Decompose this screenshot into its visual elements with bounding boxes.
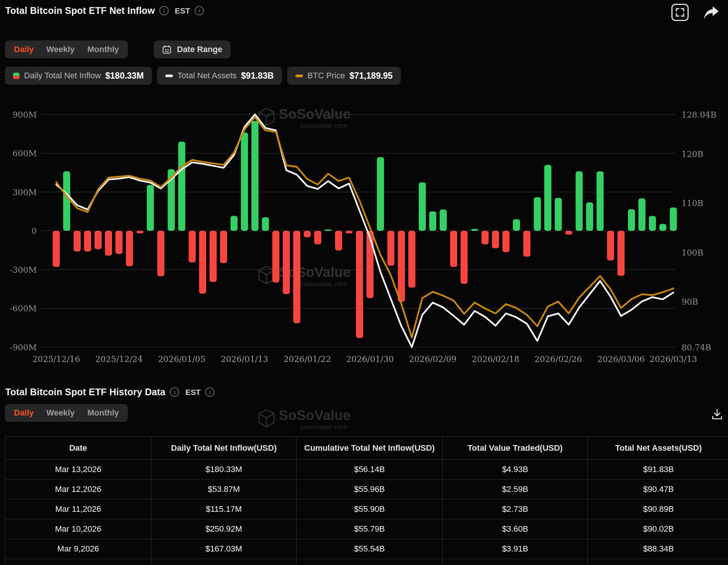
- timezone-label: EST: [185, 388, 201, 397]
- inflow-bar[interactable]: [346, 231, 353, 233]
- inflow-bar[interactable]: [398, 231, 405, 302]
- inflow-bar[interactable]: [367, 231, 374, 298]
- left-axis-tick: -600M: [10, 304, 37, 313]
- table-row[interactable]: Mar 12,2026$53.87M$55.96B$2.59B$90.47B: [5, 480, 728, 499]
- history-tab-daily[interactable]: Daily: [14, 408, 34, 418]
- table-row[interactable]: Mar 11,2026$115.17M$55.90B$2.73B$90.89B: [5, 499, 728, 519]
- inflow-bar[interactable]: [576, 171, 583, 231]
- inflow-bar[interactable]: [492, 231, 499, 248]
- inflow-bar[interactable]: [335, 231, 342, 250]
- inflow-bar[interactable]: [586, 202, 593, 231]
- inflow-bar[interactable]: [429, 211, 436, 231]
- inflow-bar[interactable]: [523, 231, 530, 257]
- cell-date: Mar 11,2026: [5, 499, 151, 519]
- table-row[interactable]: Mar 6,2026-$348.83M$55.37B$3.08B$87.07B: [5, 559, 728, 565]
- download-button[interactable]: [710, 407, 725, 422]
- inflow-bar[interactable]: [555, 198, 562, 231]
- inflow-bar[interactable]: [607, 231, 614, 260]
- cell-traded: $2.73B: [443, 499, 588, 519]
- inflow-bar[interactable]: [63, 171, 70, 231]
- inflow-bar[interactable]: [53, 231, 60, 267]
- inflow-bar[interactable]: [544, 165, 551, 231]
- x-axis-tick: 2026/03/13: [650, 354, 697, 364]
- cell-assets: $88.34B: [588, 539, 728, 559]
- history-table: DateDaily Total Net Inflow(USD)Cumulativ…: [5, 436, 728, 565]
- legend-chip-0[interactable]: Daily Total Net Inflow$180.33M: [5, 67, 152, 85]
- inflow-bar[interactable]: [126, 231, 133, 266]
- info-icon[interactable]: i: [170, 387, 179, 397]
- inflow-bar[interactable]: [252, 121, 259, 231]
- inflow-bar[interactable]: [314, 231, 321, 244]
- legend-chip-2[interactable]: BTC Price$71,189.95: [287, 67, 401, 85]
- column-header: Daily Total Net Inflow(USD): [151, 437, 297, 460]
- inflow-bar[interactable]: [638, 198, 646, 231]
- share-button[interactable]: [703, 5, 720, 21]
- inflow-bar[interactable]: [157, 231, 165, 276]
- inflow-bar[interactable]: [534, 197, 541, 231]
- inflow-bar[interactable]: [147, 185, 154, 231]
- inflow-bar[interactable]: [136, 231, 144, 233]
- table-row[interactable]: Mar 13,2026$180.33M$56.14B$4.93B$91.83B: [5, 460, 728, 480]
- cell-date: Mar 6,2026: [5, 559, 151, 565]
- legend-chip-1[interactable]: Total Net Assets$91.83B: [157, 67, 282, 85]
- table-row[interactable]: Mar 9,2026$167.03M$55.54B$3.91B$88.34B: [5, 539, 728, 559]
- inflow-bar[interactable]: [272, 231, 279, 282]
- inflow-bar[interactable]: [659, 224, 667, 231]
- inflow-bar[interactable]: [596, 171, 604, 231]
- x-axis-tick: 2026/02/18: [472, 354, 519, 364]
- legend-value: $71,189.95: [349, 71, 392, 81]
- history-tab-weekly[interactable]: Weekly: [46, 408, 75, 418]
- inflow-bar[interactable]: [189, 231, 196, 263]
- inflow-bar[interactable]: [450, 231, 457, 267]
- cell-assets: $87.07B: [588, 559, 728, 565]
- info-icon[interactable]: i: [195, 6, 204, 15]
- inflow-bar[interactable]: [471, 229, 478, 231]
- date-range-button[interactable]: 12 Date Range: [154, 40, 231, 58]
- inflow-bar[interactable]: [649, 216, 656, 231]
- inflow-bar[interactable]: [178, 142, 185, 231]
- cell-inflow: $115.17M: [151, 499, 297, 519]
- inflow-bar[interactable]: [377, 157, 384, 231]
- cell-date: Mar 10,2026: [5, 519, 151, 539]
- inflow-bar[interactable]: [210, 231, 217, 282]
- fullscreen-button[interactable]: [671, 4, 689, 21]
- chart-legend: Daily Total Net Inflow$180.33MTotal Net …: [5, 67, 401, 85]
- tab-weekly[interactable]: Weekly: [46, 45, 75, 54]
- inflow-bar[interactable]: [94, 231, 102, 249]
- inflow-bar[interactable]: [408, 231, 415, 288]
- inflow-bar[interactable]: [513, 219, 520, 231]
- inflow-bar[interactable]: [565, 231, 572, 235]
- inflow-bar[interactable]: [356, 231, 363, 338]
- inflow-bar[interactable]: [628, 209, 635, 231]
- inflow-bar[interactable]: [283, 231, 290, 294]
- inflow-bar[interactable]: [231, 216, 238, 231]
- inflow-bar[interactable]: [199, 231, 206, 294]
- inflow-bar[interactable]: [105, 231, 112, 256]
- inflow-bar[interactable]: [73, 231, 81, 251]
- inflow-bar[interactable]: [84, 231, 91, 251]
- tab-daily[interactable]: Daily: [14, 45, 34, 54]
- info-icon[interactable]: i: [205, 387, 214, 397]
- right-axis-tick: 90B: [682, 297, 698, 306]
- inflow-bar[interactable]: [387, 231, 394, 266]
- inflow-bar[interactable]: [617, 231, 625, 276]
- history-tab-monthly[interactable]: Monthly: [87, 408, 119, 418]
- cell-assets: $91.83B: [588, 460, 728, 480]
- inflow-bar[interactable]: [461, 231, 468, 284]
- column-header: Cumulative Total Net Inflow(USD): [297, 437, 443, 460]
- inflow-bar[interactable]: [293, 231, 300, 323]
- inflow-bar[interactable]: [325, 230, 332, 231]
- inflow-bar[interactable]: [241, 133, 248, 231]
- inflow-bar[interactable]: [304, 231, 311, 237]
- inflow-bar[interactable]: [440, 209, 447, 231]
- inflow-bar[interactable]: [419, 182, 426, 231]
- info-icon[interactable]: i: [159, 6, 169, 15]
- inflow-bar[interactable]: [262, 217, 269, 231]
- table-row[interactable]: Mar 10,2026$250.92M$55.79B$3.60B$90.02B: [5, 519, 728, 539]
- inflow-bar[interactable]: [115, 231, 123, 254]
- inflow-bar[interactable]: [481, 231, 488, 244]
- inflow-bar[interactable]: [220, 231, 227, 263]
- tab-monthly[interactable]: Monthly: [87, 45, 119, 54]
- inflow-bar[interactable]: [502, 231, 509, 252]
- inflow-bar[interactable]: [670, 208, 677, 231]
